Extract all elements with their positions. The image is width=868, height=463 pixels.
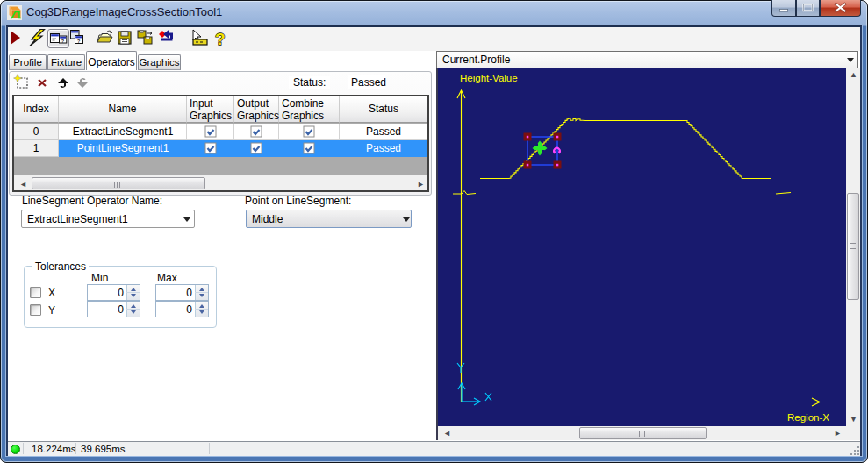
svg-text:Region-X: Region-X: [787, 412, 829, 423]
svg-text:?: ?: [215, 30, 226, 48]
svg-text:Height-Value: Height-Value: [460, 73, 518, 83]
